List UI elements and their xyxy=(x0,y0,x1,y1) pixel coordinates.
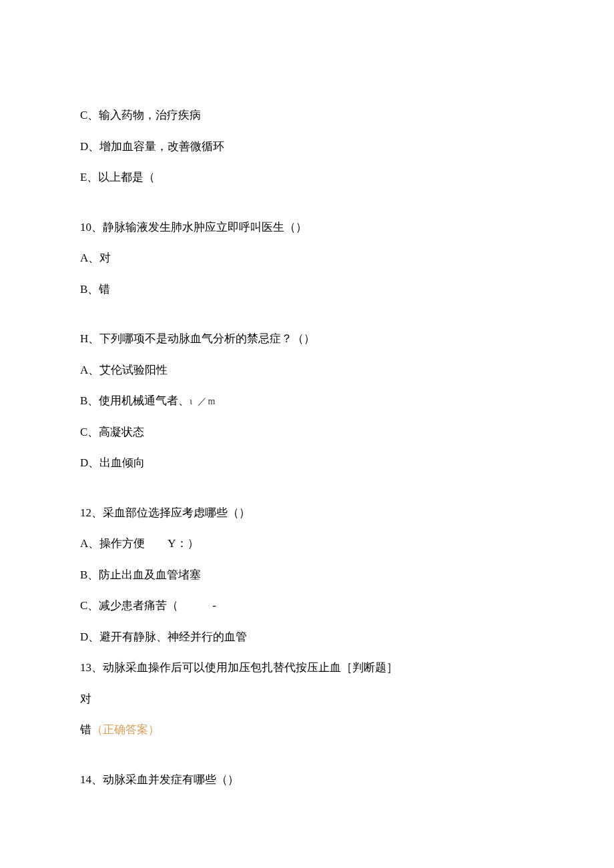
q11-option-b-symbol: ι ／m xyxy=(190,396,216,406)
q13-option-false-text: 错 xyxy=(80,723,91,736)
q13-option-true: 对 xyxy=(80,691,534,708)
q9-option-e: E、以上都是（ xyxy=(80,169,534,186)
q9-option-d: D、增加血容量，改善微循环 xyxy=(80,138,534,155)
q11-option-a: A、艾伦试验阳性 xyxy=(80,362,534,379)
q10-stem: 10、静脉输液发生肺水肿应立即呼叫医生（） xyxy=(80,219,534,236)
q12-option-a: A、操作方便 Y：） xyxy=(80,535,534,552)
q11-option-d: D、出血倾向 xyxy=(80,454,534,472)
q12-option-c: C、减少患者痛苦（ - xyxy=(80,597,534,614)
spacer xyxy=(80,312,534,330)
spacer xyxy=(80,486,534,504)
q12-option-d: D、避开有静脉、神经并行的血管 xyxy=(80,628,534,646)
q12-option-c-suffix: - xyxy=(178,599,216,612)
q12-option-b: B、防止出血及血管堵塞 xyxy=(80,566,534,584)
q12-option-a-suffix: Y：） xyxy=(145,537,198,550)
spacer xyxy=(80,753,534,771)
q14-stem: 14、动脉采血并发症有哪些（） xyxy=(80,771,534,789)
q11-option-c: C、高凝状态 xyxy=(80,424,534,441)
q9-option-c: C、输入药物，治疗疾病 xyxy=(80,107,534,124)
q10-option-a: A、对 xyxy=(80,250,534,267)
q12-option-a-text: A、操作方便 xyxy=(80,537,145,550)
document-page: C、输入药物，治疗疾病 D、增加血容量，改善微循环 E、以上都是（ 10、静脉输… xyxy=(0,0,614,855)
q11-option-b: B、使用机械通气者、ι ／m xyxy=(80,392,534,410)
spacer xyxy=(80,200,534,219)
q11-stem: H、下列哪项不是动脉血气分析的禁忌症？（） xyxy=(80,330,534,348)
q10-option-b: B、错 xyxy=(80,281,534,298)
q11-option-b-text: B、使用机械通气者、 xyxy=(80,394,190,407)
q12-stem: 12、采血部位选择应考虑哪些（） xyxy=(80,504,534,522)
q13-stem: 13、动脉采血操作后可以使用加压包扎替代按压止血［判断题］ xyxy=(80,659,534,677)
q12-option-c-text: C、减少患者痛苦（ xyxy=(80,599,178,612)
q13-option-false: 错（正确答案） xyxy=(80,721,534,739)
q13-correct-answer-label: （正确答案） xyxy=(91,723,160,736)
